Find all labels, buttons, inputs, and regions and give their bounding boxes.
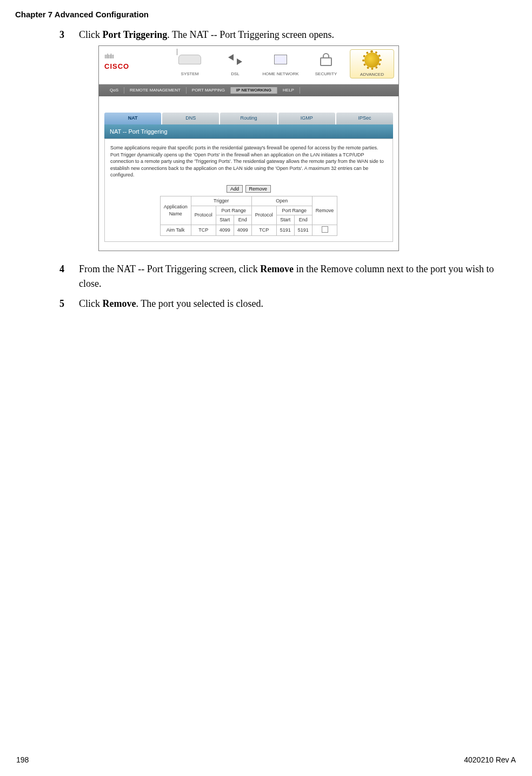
cell-trigger-start: 4099: [216, 225, 234, 236]
text: From the NAT -- Port Triggering screen, …: [79, 264, 260, 274]
text: . The NAT -- Port Triggering screen open…: [167, 29, 334, 40]
subnav-qos[interactable]: QoS: [104, 87, 124, 94]
step-number: 4: [59, 262, 79, 291]
step-5: 5 Click Remove. The port you selected is…: [59, 297, 505, 311]
table-row: Aim Talk TCP 4099 4099 TCP 5191 5191: [160, 225, 337, 236]
col-trigger-end: End: [234, 215, 251, 225]
step-text: From the NAT -- Port Triggering screen, …: [79, 262, 505, 291]
cell-open-start: 5191: [276, 225, 294, 236]
label: SECURITY: [315, 71, 337, 76]
panel-title: NAT -- Port Triggering: [104, 124, 393, 139]
label: ADVANCED: [360, 72, 384, 77]
gear-icon: [364, 52, 380, 68]
cell-open-end: 5191: [294, 225, 312, 236]
logo-text: CISCO: [104, 61, 129, 72]
cat-dsl[interactable]: DSL: [214, 49, 257, 78]
logo-bars-icon: ıılıılıı: [104, 51, 129, 61]
text: Click: [79, 298, 103, 309]
sub-nav-bar: QoS REMOTE MANAGEMENT PORT MAPPING IP NE…: [99, 84, 398, 96]
doc-id: 4020210 Rev A: [464, 755, 516, 764]
tab-igmp[interactable]: IGMP: [278, 113, 335, 124]
label: DSL: [231, 71, 240, 76]
subnav-remote-management[interactable]: REMOTE MANAGEMENT: [124, 87, 187, 94]
step-text: Click Port Triggering. The NAT -- Port T…: [79, 28, 505, 257]
bold-term: Remove: [260, 264, 294, 274]
cat-system[interactable]: SYSTEM: [168, 49, 211, 78]
col-trigger-protocol: Protocol: [191, 206, 216, 225]
cell-open-proto: TCP: [251, 225, 276, 236]
col-application: ApplicationName: [160, 196, 191, 225]
step-number: 5: [59, 297, 79, 311]
col-open: Open: [251, 196, 312, 206]
lock-icon: [320, 57, 332, 66]
label: Application: [164, 204, 188, 209]
arrows-icon: [228, 54, 242, 65]
main-category-nav: SYSTEM DSL HOME NETWORK SECURITY ADVANCE…: [99, 46, 398, 78]
subnav-help[interactable]: HELP: [277, 87, 300, 94]
col-open-protocol: Protocol: [251, 206, 276, 225]
subnav-ip-networking[interactable]: IP NETWORKING: [231, 87, 277, 94]
page-header: Chapter 7 Advanced Configuration: [0, 0, 532, 19]
embedded-screenshot: ıılıılıı CISCO SYSTEM DSL HOME NETWORK S…: [98, 45, 399, 251]
step-number: 3: [59, 28, 79, 257]
table-header-row: ApplicationName Trigger Open Remove: [160, 196, 337, 206]
cat-advanced[interactable]: ADVANCED: [350, 49, 394, 78]
cell-app-name: Aim Talk: [160, 225, 191, 236]
monitor-icon: [274, 55, 287, 64]
col-open-start: Start: [276, 215, 294, 225]
cat-security[interactable]: SECURITY: [304, 49, 348, 78]
port-trigger-table: ApplicationName Trigger Open Remove Prot…: [160, 196, 338, 236]
tab-ipsec[interactable]: IPSec: [336, 113, 393, 124]
tab-dns[interactable]: DNS: [162, 113, 219, 124]
remove-button[interactable]: Remove: [245, 185, 271, 193]
col-trigger-start: Start: [216, 215, 234, 225]
col-trigger-portrange: Port Range: [216, 206, 251, 215]
ui-top-bar: ıılıılıı CISCO SYSTEM DSL HOME NETWORK S…: [99, 46, 398, 84]
text: Click: [79, 29, 103, 40]
add-button[interactable]: Add: [227, 185, 243, 193]
tab-nat[interactable]: NAT: [104, 113, 161, 124]
label: HOME NETWORK: [262, 71, 298, 76]
cell-remove-checkbox[interactable]: [312, 225, 337, 236]
panel-description: Some applications require that specific …: [110, 144, 387, 179]
cell-trigger-proto: TCP: [191, 225, 216, 236]
button-row: Add Remove: [110, 185, 387, 193]
checkbox-icon[interactable]: [322, 226, 328, 233]
cisco-logo: ıılıılıı CISCO: [104, 51, 129, 72]
bold-term: Port Triggering: [103, 29, 168, 40]
bold-term: Remove: [103, 298, 136, 309]
content-area: 3 Click Port Triggering. The NAT -- Port…: [0, 19, 532, 311]
col-open-end: End: [294, 215, 312, 225]
label: Name: [169, 211, 182, 216]
step-4: 4 From the NAT -- Port Triggering screen…: [59, 262, 505, 291]
page-number: 198: [16, 755, 29, 764]
step-3: 3 Click Port Triggering. The NAT -- Port…: [59, 28, 505, 257]
text: . The port you selected is closed.: [136, 298, 263, 309]
step-text: Click Remove. The port you selected is c…: [79, 297, 505, 311]
cat-home-network[interactable]: HOME NETWORK: [259, 49, 302, 78]
col-remove: Remove: [312, 196, 337, 225]
cell-trigger-end: 4099: [234, 225, 251, 236]
subnav-port-mapping[interactable]: PORT MAPPING: [187, 87, 231, 94]
page-footer: 198 4020210 Rev A: [0, 755, 532, 764]
router-icon: [178, 55, 201, 64]
label: SYSTEM: [181, 71, 199, 76]
col-trigger: Trigger: [191, 196, 251, 206]
tab-routing[interactable]: Routing: [220, 113, 277, 124]
col-open-portrange: Port Range: [276, 206, 312, 215]
panel-body: Some applications require that specific …: [104, 139, 393, 242]
sub-tab-row: NAT DNS Routing IGMP IPSec: [104, 113, 393, 124]
